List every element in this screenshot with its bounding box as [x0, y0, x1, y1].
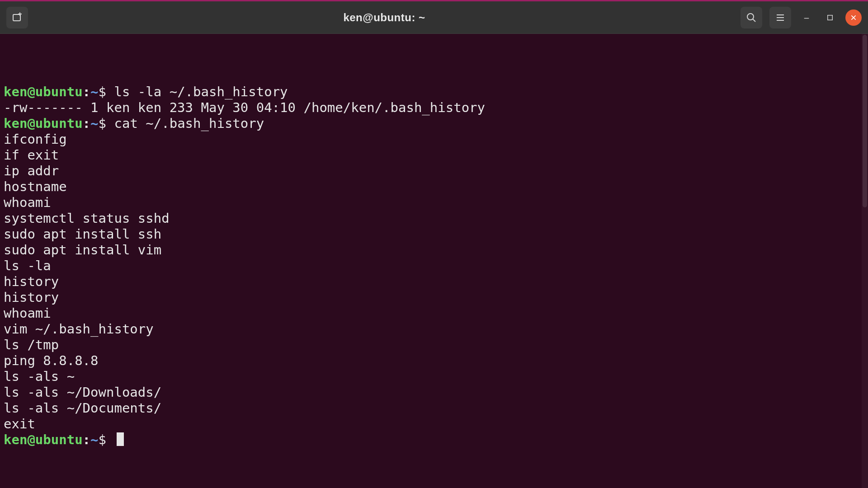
new-tab-icon [12, 12, 23, 23]
titlebar: ken@ubuntu: ~ [0, 1, 868, 34]
prompt-line: ken@ubuntu:~$ [4, 432, 864, 448]
output-line: exit [4, 416, 864, 432]
output-text: -rw------- 1 ken ken 233 May 30 04:10 /h… [4, 100, 485, 115]
svg-point-3 [747, 14, 754, 20]
scrollbar-thumb[interactable] [863, 35, 867, 207]
output-line: history [4, 274, 864, 290]
new-tab-button[interactable] [6, 7, 28, 28]
output-line: whoami [4, 305, 864, 321]
output-line: hostname [4, 179, 864, 195]
hamburger-icon [775, 12, 786, 23]
output-line: sudo apt install ssh [4, 226, 864, 242]
output-text: systemctl status sshd [4, 211, 170, 226]
output-text: sudo apt install vim [4, 242, 161, 258]
svg-rect-9 [828, 15, 833, 20]
window-title: ken@ubuntu: ~ [28, 11, 741, 24]
close-icon [850, 14, 857, 21]
maximize-icon [826, 14, 834, 22]
output-line: systemctl status sshd [4, 211, 864, 226]
cursor [117, 432, 124, 446]
output-text: whoami [4, 305, 51, 321]
output-text: exit [4, 416, 35, 432]
output-text: sudo apt install ssh [4, 226, 161, 242]
maximize-button[interactable] [822, 9, 838, 26]
terminal-body[interactable]: ken@ubuntu:~$ ls -la ~/.bash_history-rw-… [0, 34, 868, 488]
output-line: sudo apt install vim [4, 242, 864, 258]
output-text: ping 8.8.8.8 [4, 353, 99, 368]
svg-line-4 [753, 19, 755, 22]
output-line: ls -als ~/Documents/ [4, 400, 864, 416]
search-icon [746, 12, 757, 23]
output-line: if exit [4, 147, 864, 163]
terminal-window: ken@ubuntu: ~ [0, 0, 868, 488]
output-line: ls -la [4, 258, 864, 274]
output-text: ls -la [4, 258, 51, 273]
output-text: ls -als ~/Downloads/ [4, 385, 161, 400]
output-line: history [4, 290, 864, 305]
output-text: ls -als ~ [4, 369, 75, 384]
minimize-button[interactable] [798, 9, 815, 26]
output-line: whoami [4, 195, 864, 211]
output-line: ls /tmp [4, 337, 864, 353]
output-text: ls /tmp [4, 337, 59, 352]
command-text: ls -la ~/.bash_history [114, 84, 288, 99]
close-button[interactable] [845, 9, 862, 26]
output-line: -rw------- 1 ken ken 233 May 30 04:10 /h… [4, 100, 864, 116]
menu-button[interactable] [769, 7, 791, 28]
output-line: ls -als ~/Downloads/ [4, 385, 864, 400]
output-text: hostname [4, 179, 67, 194]
prompt-line: ken@ubuntu:~$ cat ~/.bash_history [4, 116, 864, 131]
output-line: vim ~/.bash_history [4, 321, 864, 337]
prompt-line: ken@ubuntu:~$ ls -la ~/.bash_history [4, 84, 864, 100]
output-line: ifconfig [4, 131, 864, 147]
output-line: ping 8.8.8.8 [4, 353, 864, 369]
svg-rect-0 [13, 14, 20, 21]
output-text: history [4, 290, 59, 305]
output-line: ls -als ~ [4, 369, 864, 385]
minimize-icon [802, 14, 811, 22]
output-text: whoami [4, 195, 51, 210]
scrollbar[interactable] [862, 34, 868, 488]
output-text: ls -als ~/Documents/ [4, 400, 161, 416]
output-text: vim ~/.bash_history [4, 321, 154, 337]
output-line: ip addr [4, 163, 864, 179]
output-text: history [4, 274, 59, 289]
output-text: ip addr [4, 163, 59, 178]
search-button[interactable] [741, 7, 762, 28]
command-text: cat ~/.bash_history [114, 116, 264, 131]
output-text: ifconfig [4, 131, 67, 147]
output-text: if exit [4, 147, 59, 163]
